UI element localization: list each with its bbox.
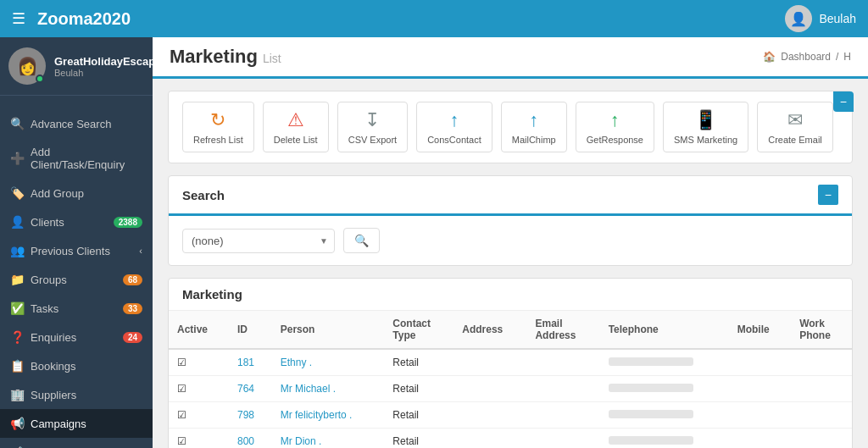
delete-list-button[interactable]: ⚠ Delete List <box>263 102 329 152</box>
cons-contact-label: ConsContact <box>427 135 481 145</box>
breadcrumb-dashboard[interactable]: Dashboard <box>781 51 831 63</box>
col-active: Active <box>169 311 229 349</box>
refresh-list-button[interactable]: ↻ Refresh List <box>182 102 254 152</box>
sidebar-item-previous-clients[interactable]: 👥 Previous Clients ‹ <box>0 236 153 265</box>
app-title: Zooma2020 <box>37 9 131 29</box>
clients-badge: 2388 <box>114 217 142 228</box>
breadcrumb-sep: / <box>836 51 838 63</box>
search-select[interactable]: (none) Active Inactive <box>182 229 335 253</box>
search-section-header: Search − <box>169 176 852 216</box>
sidebar-item-marketing[interactable]: 📣 Marketing <box>0 438 153 448</box>
create-email-button[interactable]: ✉ Create Email <box>757 102 833 152</box>
main-scroll: − ↻ Refresh List ⚠ Delete List ↧ CSV Exp… <box>153 79 868 448</box>
cell-person-2[interactable]: Mr felicityberto . <box>272 402 385 429</box>
table-row: ☑ 764 Mr Michael . Retail <box>169 376 852 402</box>
refresh-list-label: Refresh List <box>193 135 243 145</box>
add-client-icon: ➕ <box>10 152 24 165</box>
cons-contact-button[interactable]: ↑ ConsContact <box>416 102 492 152</box>
create-email-icon: ✉ <box>787 109 803 131</box>
cell-address-3 <box>453 429 526 449</box>
cell-id-1[interactable]: 764 <box>229 376 272 402</box>
table-row: ☑ 181 Ethny . Retail <box>169 349 852 376</box>
breadcrumb-h[interactable]: H <box>843 51 851 63</box>
sidebar-item-add-client[interactable]: ➕ Add Client/Task/Enquiry <box>0 138 153 179</box>
col-telephone: Telephone <box>600 311 729 349</box>
previous-clients-icon: 👥 <box>10 244 24 257</box>
get-response-icon: ↑ <box>610 109 620 131</box>
sidebar-label-bookings: Bookings <box>31 360 75 373</box>
sidebar-item-campaigns[interactable]: 📢 Campaigns <box>0 409 153 438</box>
tasks-badge: 33 <box>123 303 142 314</box>
cell-telephone-1 <box>600 376 729 402</box>
col-email: EmailAddress <box>526 311 599 349</box>
sms-marketing-icon: 📱 <box>694 109 717 131</box>
cell-contact-type-2: Retail <box>384 402 453 429</box>
suppliers-icon: 🏢 <box>10 388 24 401</box>
cell-person-1[interactable]: Mr Michael . <box>272 376 385 402</box>
sidebar-user-info: GreatHolidayEscape Beulah <box>54 55 153 78</box>
mailchimp-button[interactable]: ↑ MailChimp <box>501 102 567 152</box>
search-button[interactable]: 🔍 <box>343 228 380 253</box>
col-work-phone: WorkPhone <box>791 311 852 349</box>
sidebar-label-add-group: Add Group <box>31 187 84 200</box>
sidebar-label-previous-clients: Previous Clients <box>31 245 110 257</box>
sidebar-item-enquiries[interactable]: ❓ Enquiries 24 <box>0 323 153 351</box>
page-title-wrap: Marketing List <box>170 46 281 68</box>
search-collapse-button[interactable]: − <box>818 185 838 205</box>
cell-active-0: ☑ <box>169 349 229 376</box>
sidebar-label-add-client: Add Client/Task/Enquiry <box>31 146 142 171</box>
sidebar-item-advance-search[interactable]: 🔍 Advance Search <box>0 109 153 138</box>
cell-work-phone-1 <box>791 376 852 402</box>
col-address: Address <box>453 311 526 349</box>
cell-person-0[interactable]: Ethny . <box>272 349 385 376</box>
cell-person-3[interactable]: Mr Dion . <box>272 429 385 449</box>
cell-id-2[interactable]: 798 <box>229 402 272 429</box>
online-indicator <box>36 75 44 83</box>
page-title: Marketing <box>170 46 258 68</box>
cell-contact-type-1: Retail <box>384 376 453 402</box>
cell-email-0 <box>526 349 599 376</box>
sidebar-item-suppliers[interactable]: 🏢 Suppliers <box>0 380 153 409</box>
get-response-button[interactable]: ↑ GetResponse <box>576 102 654 152</box>
sms-marketing-button[interactable]: 📱 SMS Marketing <box>663 102 748 152</box>
sidebar-item-add-group[interactable]: 🏷️ Add Group <box>0 179 153 207</box>
refresh-list-icon: ↻ <box>210 109 225 131</box>
get-response-label: GetResponse <box>587 135 643 145</box>
previous-clients-chevron: ‹ <box>139 246 142 256</box>
hamburger-icon[interactable]: ☰ <box>12 9 25 28</box>
sidebar-item-tasks[interactable]: ✅ Tasks 33 <box>0 294 153 323</box>
sidebar-label-enquiries: Enquiries <box>31 331 76 344</box>
csv-export-button[interactable]: ↧ CSV Export <box>337 102 408 152</box>
toolbar: − ↻ Refresh List ⚠ Delete List ↧ CSV Exp… <box>168 91 853 163</box>
col-contact-type: ContactType <box>384 311 453 349</box>
clients-icon: 👤 <box>10 215 24 229</box>
cell-address-2 <box>453 402 526 429</box>
cell-address-0 <box>453 349 526 376</box>
cell-work-phone-3 <box>791 429 852 449</box>
table-row: ☑ 800 Mr Dion . Retail <box>169 429 852 449</box>
toolbar-collapse-button[interactable]: − <box>833 91 854 112</box>
mailchimp-label: MailChimp <box>512 135 556 145</box>
cell-telephone-0 <box>600 349 729 376</box>
sidebar-label-clients: Clients <box>31 216 64 229</box>
add-group-icon: 🏷️ <box>10 186 24 200</box>
cell-work-phone-2 <box>791 402 852 429</box>
cell-contact-type-3: Retail <box>384 429 453 449</box>
cell-id-0[interactable]: 181 <box>229 349 272 376</box>
table-head: Active ID Person ContactType Address Ema… <box>169 311 852 349</box>
cell-id-3[interactable]: 800 <box>229 429 272 449</box>
marketing-table: Active ID Person ContactType Address Ema… <box>169 311 852 448</box>
sms-marketing-label: SMS Marketing <box>674 135 737 145</box>
sidebar-item-groups[interactable]: 📁 Groups 68 <box>0 265 153 294</box>
campaigns-icon: 📢 <box>10 417 24 430</box>
csv-export-label: CSV Export <box>348 135 397 145</box>
sidebar-item-clients[interactable]: 👤 Clients 2388 <box>0 207 153 236</box>
cell-telephone-2 <box>600 402 729 429</box>
mailchimp-icon: ↑ <box>529 109 538 131</box>
advance-search-icon: 🔍 <box>10 117 24 130</box>
search-title: Search <box>182 188 225 202</box>
sidebar-item-bookings[interactable]: 📋 Bookings <box>0 351 153 380</box>
cell-active-3: ☑ <box>169 429 229 449</box>
page-subtitle: List <box>263 52 281 65</box>
search-section: Search − (none) Active Inactive 🔍 <box>168 175 853 266</box>
